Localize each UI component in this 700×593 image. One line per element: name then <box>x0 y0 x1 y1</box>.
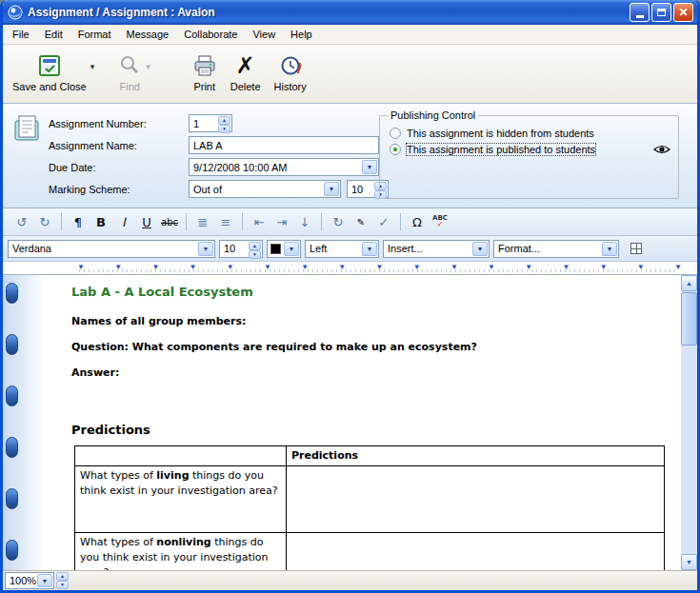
history-button[interactable]: History <box>270 50 310 95</box>
alignment-dropdown-icon[interactable]: ▼ <box>362 242 377 256</box>
menu-collaborate[interactable]: Collaborate <box>176 27 245 42</box>
marking-scheme-combo[interactable]: Out of ▼ <box>189 180 341 198</box>
spellcheck-icon[interactable]: ABC✓ <box>430 212 450 231</box>
assignment-name-input[interactable]: LAB A <box>189 136 379 154</box>
marking-scheme-label: Marking Scheme: <box>49 184 189 195</box>
save-and-close-label: Save and Close <box>12 81 87 92</box>
menu-format[interactable]: Format <box>70 27 119 42</box>
binding-ring <box>6 540 18 561</box>
binding-ring <box>6 437 18 458</box>
document-area[interactable]: Lab A - A Local Ecosystem Names of all g… <box>3 275 697 570</box>
strikethrough-icon[interactable]: abc <box>159 212 180 231</box>
zoom-stepper[interactable]: ▲▼ <box>56 572 69 589</box>
paragraph-icon[interactable]: ¶ <box>68 212 89 231</box>
insert-dropdown-icon[interactable]: ▼ <box>472 242 488 256</box>
font-toolbar: Verdana ▼ 10 ▲▼ ▼ Left ▼ Insert... ▼ For… <box>3 236 697 262</box>
marking-points-value: 10 <box>351 184 363 195</box>
marking-scheme-dropdown-icon[interactable]: ▼ <box>324 182 339 196</box>
print-button[interactable]: Print <box>189 50 221 95</box>
delete-label: Delete <box>230 81 261 92</box>
predictions-table[interactable]: Predictions What types of living things … <box>74 445 665 570</box>
alignment-combo[interactable]: Left ▼ <box>305 240 379 258</box>
format-combo[interactable]: Format... ▼ <box>493 240 619 258</box>
edit-pencil-icon[interactable]: ✎ <box>350 212 371 231</box>
font-color-combo[interactable]: ▼ <box>267 240 301 258</box>
color-swatch <box>270 244 281 254</box>
maximize-button[interactable] <box>651 3 671 22</box>
due-date-value: 9/12/2008 10:00 AM <box>193 162 287 173</box>
underline-icon[interactable]: U <box>136 212 157 231</box>
formatting-toolbar: ↺ ↻ ¶ B I U abc ≣ ≡ ⇤ ⇥ ↓ ↻ ✎ ✓ Ω ABC✓ <box>3 208 697 236</box>
redo-icon[interactable]: ↻ <box>34 212 55 231</box>
document-body[interactable]: Lab A - A Local Ecosystem Names of all g… <box>71 285 676 570</box>
radio-published-to-students[interactable]: This assignment is published to students <box>390 144 670 155</box>
insert-combo[interactable]: Insert... ▼ <box>383 240 490 258</box>
indent-icon[interactable]: ⇥ <box>271 212 292 231</box>
accept-check-icon[interactable]: ✓ <box>373 212 394 231</box>
undo-icon[interactable]: ↺ <box>11 212 32 231</box>
font-size-spinner[interactable]: 10 ▲▼ <box>219 240 263 258</box>
special-characters-icon[interactable]: Ω <box>407 212 428 231</box>
cell-text: What types of <box>80 469 156 482</box>
italic-icon[interactable]: I <box>113 212 134 231</box>
binding-ring <box>6 488 18 509</box>
font-size-spin-buttons[interactable]: ▲▼ <box>249 242 261 256</box>
bold-icon[interactable]: B <box>90 212 111 231</box>
due-date-dropdown-icon[interactable]: ▼ <box>362 160 377 174</box>
menu-view[interactable]: View <box>245 27 283 42</box>
names-label: Names of all group members: <box>71 315 676 327</box>
delete-button[interactable]: ✗ Delete <box>227 50 265 95</box>
radio-hidden-icon <box>390 128 401 139</box>
assignment-number-spinner[interactable]: 1 ▲▼ <box>189 114 232 132</box>
font-family-combo[interactable]: Verdana ▼ <box>8 240 215 258</box>
table-grid-icon[interactable] <box>630 243 642 254</box>
minimize-button[interactable] <box>630 3 650 22</box>
font-family-dropdown-icon[interactable]: ▼ <box>198 242 213 256</box>
format-dropdown-icon[interactable]: ▼ <box>602 242 617 256</box>
question-text: Question: What components are required t… <box>71 341 676 353</box>
close-button[interactable]: ✕ <box>673 3 693 22</box>
marking-scheme-value: Out of <box>193 184 222 195</box>
save-close-dropdown-arrow[interactable]: ▾ <box>90 62 95 71</box>
save-and-close-button[interactable]: Save and Close <box>9 50 90 95</box>
toolbar-separator <box>400 213 401 230</box>
due-date-combo[interactable]: 9/12/2008 10:00 AM ▼ <box>189 158 379 176</box>
numbered-list-icon[interactable]: ≣ <box>192 212 213 231</box>
table-row: What types of living things do you think… <box>75 466 665 533</box>
maximize-icon <box>657 9 666 16</box>
menu-help[interactable]: Help <box>283 27 320 42</box>
zoom-select[interactable]: 100% ▼ <box>5 572 54 589</box>
zoom-dropdown-icon[interactable]: ▼ <box>37 574 52 587</box>
menu-edit[interactable]: Edit <box>37 27 70 42</box>
ruler[interactable]: ▼▼▼▼▼▼▼▼▼▼▼▼▼▼▼▼▼ <box>3 262 697 275</box>
scrollbar-thumb[interactable] <box>681 292 697 346</box>
question-cell-nonliving[interactable]: What types of nonliving things do you th… <box>75 533 287 571</box>
font-color-dropdown-icon[interactable]: ▼ <box>284 242 299 256</box>
answer-cell[interactable] <box>287 533 665 571</box>
menu-file[interactable]: File <box>5 27 37 42</box>
toolbar-separator <box>61 213 62 230</box>
find-icon <box>117 53 142 78</box>
line-spacing-icon[interactable]: ↓ <box>294 212 315 231</box>
outdent-icon[interactable]: ⇤ <box>249 212 270 231</box>
insert-value: Insert... <box>388 243 423 254</box>
refresh-icon[interactable]: ↻ <box>328 212 349 231</box>
cell-text-bold: nonliving <box>156 536 210 548</box>
publishing-control-group: Publishing Control This assignment is hi… <box>379 109 679 199</box>
radio-hidden-from-students[interactable]: This assignment is hidden from students <box>390 128 670 139</box>
table-header-row: Predictions <box>75 446 665 466</box>
assignment-icon <box>12 113 43 144</box>
bullet-list-icon[interactable]: ≡ <box>215 212 236 231</box>
title-bar[interactable]: Assignment / Assignment : Avalon ✕ <box>3 0 697 25</box>
find-label: Find <box>120 81 140 92</box>
answer-cell[interactable] <box>287 466 665 533</box>
question-cell-living[interactable]: What types of living things do you think… <box>75 466 287 533</box>
scroll-up-button[interactable]: ▲ <box>681 275 697 291</box>
document-title: Lab A - A Local Ecosystem <box>71 285 676 299</box>
assignment-number-spin-buttons[interactable]: ▲▼ <box>218 116 230 130</box>
find-button[interactable]: Find <box>113 50 146 95</box>
scroll-down-button[interactable]: ▼ <box>681 554 697 570</box>
vertical-scrollbar[interactable]: ▲ ▼ <box>681 275 697 570</box>
spellcheck-glyph: ABC✓ <box>432 215 448 228</box>
menu-message[interactable]: Message <box>119 27 177 42</box>
